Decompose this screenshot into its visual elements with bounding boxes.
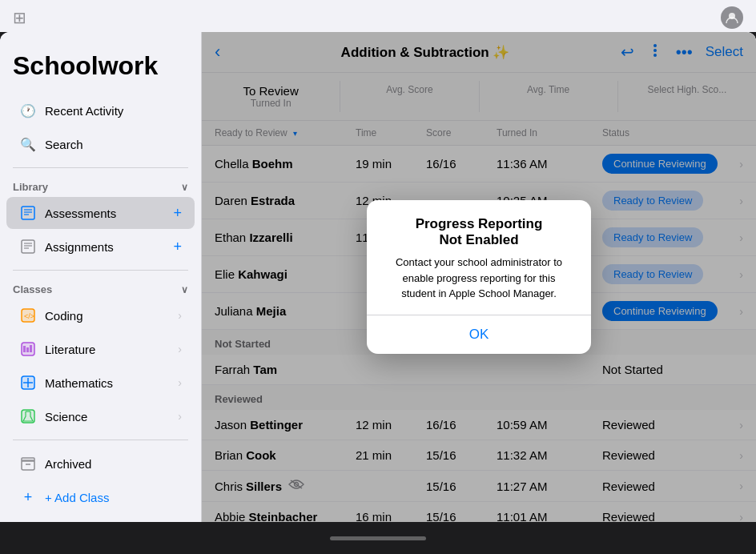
sidebar-item-science[interactable]: Science ›	[6, 400, 195, 432]
modal-dialog: Progress ReportingNot Enabled Contact yo…	[367, 200, 591, 354]
modal-actions: OK	[380, 315, 578, 354]
chevron-right-icon: ›	[178, 309, 182, 322]
svg-rect-14	[23, 346, 26, 352]
assessments-icon	[19, 204, 37, 222]
chevron-right-icon-3: ›	[178, 376, 182, 389]
sidebar-item-label: Search	[45, 138, 182, 151]
sidebar-item-add-class[interactable]: + + Add Class	[6, 481, 195, 513]
sidebar-divider	[13, 167, 188, 168]
sidebar-item-literature[interactable]: Literature ›	[6, 333, 195, 365]
svg-rect-25	[22, 458, 34, 461]
modal-body: Contact your school administrator to ena…	[380, 255, 578, 302]
add-class-label: + Add Class	[45, 491, 182, 504]
app-container: Schoolwork 🕐 Recent Activity 🔍 Search Li…	[0, 32, 756, 522]
svg-rect-1	[22, 207, 34, 219]
app-title: Schoolwork	[0, 45, 201, 94]
sidebar-item-label: Coding	[45, 309, 178, 323]
chevron-right-icon-2: ›	[178, 343, 182, 355]
bottom-bar	[0, 522, 756, 554]
svg-rect-16	[30, 345, 32, 352]
library-section-label: Library ∨	[0, 175, 201, 196]
sidebar-toggle-icon[interactable]: ⊞	[13, 8, 26, 27]
sidebar-item-label: Archived	[45, 457, 182, 471]
sidebar-divider-2	[13, 270, 188, 271]
user-avatar[interactable]	[721, 6, 743, 29]
sidebar-divider-3	[13, 440, 188, 440]
add-class-icon: +	[19, 488, 37, 506]
add-assessment-button[interactable]: +	[173, 205, 182, 222]
main-content: ‹ Addition & Subtraction ✨ ↩ ••• Select …	[202, 32, 756, 522]
ipad-top-bar: ⊞	[0, 0, 756, 32]
chevron-right-icon-4: ›	[178, 410, 182, 423]
modal-title: Progress ReportingNot Enabled	[380, 216, 578, 248]
science-icon	[19, 407, 37, 425]
sidebar-item-coding[interactable]: </> Coding ›	[6, 299, 195, 331]
chevron-down-icon: ∨	[181, 182, 188, 193]
clock-icon: 🕐	[19, 102, 37, 119]
sidebar-item-label: Science	[45, 410, 178, 424]
add-assignment-button[interactable]: +	[173, 239, 182, 255]
svg-text:</>: </>	[24, 312, 34, 320]
svg-rect-24	[22, 460, 34, 470]
assignments-icon	[19, 238, 37, 255]
modal-ok-button[interactable]: OK	[380, 315, 578, 354]
classes-section-label: Classes ∨	[0, 277, 201, 299]
svg-rect-15	[26, 347, 29, 352]
sidebar-item-label: Recent Activity	[45, 104, 182, 118]
sidebar-item-recent-activity[interactable]: 🕐 Recent Activity	[6, 94, 195, 126]
svg-rect-5	[22, 240, 34, 253]
sidebar-item-label: Mathematics	[45, 376, 178, 390]
sidebar-item-label: Literature	[45, 343, 178, 356]
home-indicator	[330, 536, 426, 540]
sidebar: Schoolwork 🕐 Recent Activity 🔍 Search Li…	[0, 32, 202, 522]
sidebar-item-label: Assignments	[45, 240, 173, 254]
search-icon: 🔍	[19, 135, 37, 153]
sidebar-item-assignments[interactable]: Assignments +	[6, 231, 195, 263]
sidebar-item-search[interactable]: 🔍 Search	[6, 128, 195, 160]
modal-overlay: Progress ReportingNot Enabled Contact yo…	[202, 32, 756, 522]
literature-icon	[19, 340, 37, 358]
archived-icon	[19, 455, 37, 472]
sidebar-item-assessments[interactable]: Assessments +	[6, 197, 195, 229]
mathematics-icon	[19, 374, 37, 391]
sidebar-item-archived[interactable]: Archived	[6, 448, 195, 480]
sidebar-item-mathematics[interactable]: Mathematics ›	[6, 367, 195, 399]
chevron-down-icon-2: ∨	[181, 284, 188, 295]
coding-icon: </>	[19, 307, 37, 324]
sidebar-item-label: Assessments	[45, 207, 173, 220]
